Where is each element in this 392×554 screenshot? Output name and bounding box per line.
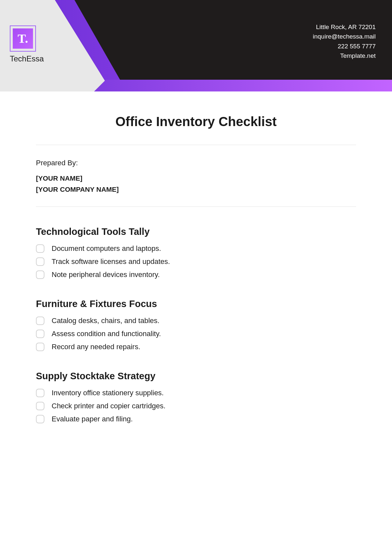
checklist-item-text: Catalog desks, chairs, and tables. — [52, 317, 159, 325]
checkbox-icon[interactable] — [36, 389, 44, 397]
checklist-item-text: Note peripheral devices inventory. — [52, 270, 160, 279]
section-heading: Technological Tools Tally — [36, 226, 356, 237]
checklist-item: Check printer and copier cartridges. — [36, 402, 356, 410]
prepared-by-block: Prepared By: [YOUR NAME] [YOUR COMPANY N… — [36, 159, 356, 193]
document-title: Office Inventory Checklist — [36, 114, 356, 129]
checklist-item-text: Track software licenses and updates. — [52, 257, 170, 266]
divider — [36, 145, 356, 145]
logo-mark: T. — [13, 28, 33, 49]
checklist-item-text: Record any needed repairs. — [52, 343, 140, 351]
checkbox-icon[interactable] — [36, 270, 44, 279]
checklist-item-text: Document computers and laptops. — [52, 244, 161, 253]
checkbox-icon[interactable] — [36, 343, 44, 351]
checklist-section: Technological Tools TallyDocument comput… — [36, 226, 356, 279]
document-header: T. TechEssa Little Rock, AR 72201 inquir… — [0, 0, 392, 91]
checklist-item: Document computers and laptops. — [36, 244, 356, 253]
checklist-item: Inventory office stationery supplies. — [36, 389, 356, 397]
section-heading: Supply Stocktake Strategy — [36, 371, 356, 382]
document-body: Office Inventory Checklist Prepared By: … — [0, 91, 392, 423]
divider — [36, 206, 356, 207]
checkbox-icon[interactable] — [36, 317, 44, 325]
checkbox-icon[interactable] — [36, 257, 44, 266]
checklist-item-text: Inventory office stationery supplies. — [52, 389, 164, 397]
checklist-section: Supply Stocktake StrategyInventory offic… — [36, 371, 356, 423]
contact-site: Template.net — [313, 51, 376, 60]
contact-address: Little Rock, AR 72201 — [313, 22, 376, 32]
prepared-by-name: [YOUR NAME] — [36, 174, 356, 182]
checklist-item-text: Evaluate paper and filing. — [52, 415, 133, 423]
section-heading: Furniture & Fixtures Focus — [36, 299, 356, 309]
checklist-item: Catalog desks, chairs, and tables. — [36, 317, 356, 325]
checklist-item: Record any needed repairs. — [36, 343, 356, 351]
checklist-item-text: Assess condition and functionality. — [52, 330, 161, 338]
logo-frame: T. — [10, 25, 36, 52]
checkbox-icon[interactable] — [36, 402, 44, 410]
checklist-item: Assess condition and functionality. — [36, 330, 356, 338]
checklist-item: Evaluate paper and filing. — [36, 415, 356, 423]
checklist-item-text: Check printer and copier cartridges. — [52, 402, 166, 410]
prepared-by-company: [YOUR COMPANY NAME] — [36, 186, 356, 193]
checkbox-icon[interactable] — [36, 244, 44, 253]
contact-phone: 222 555 7777 — [313, 41, 376, 51]
checklist-item: Track software licenses and updates. — [36, 257, 356, 266]
contact-email: inquire@techessa.mail — [313, 32, 376, 41]
checklist-section: Furniture & Fixtures FocusCatalog desks,… — [36, 299, 356, 351]
checkbox-icon[interactable] — [36, 330, 44, 338]
sections-container: Technological Tools TallyDocument comput… — [36, 226, 356, 423]
brand-name: TechEssa — [10, 54, 44, 63]
checkbox-icon[interactable] — [36, 415, 44, 423]
checklist-item: Note peripheral devices inventory. — [36, 270, 356, 279]
prepared-by-label: Prepared By: — [36, 159, 356, 167]
contact-block: Little Rock, AR 72201 inquire@techessa.m… — [313, 22, 376, 61]
